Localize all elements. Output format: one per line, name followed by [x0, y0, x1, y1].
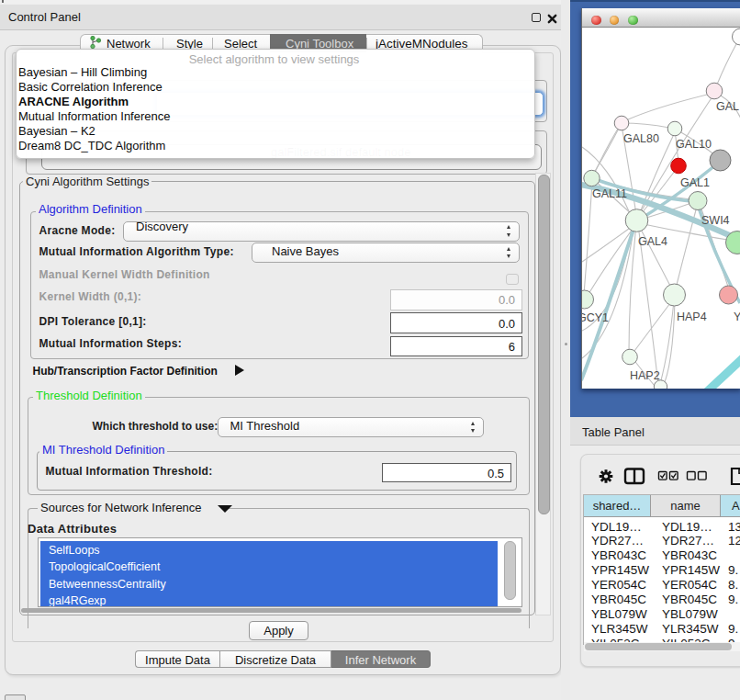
- svg-text:HAP4: HAP4: [677, 310, 707, 323]
- svg-text:HAP2: HAP2: [630, 369, 660, 382]
- svg-text:GAL11: GAL11: [592, 187, 627, 200]
- svg-text:GAL4: GAL4: [638, 235, 667, 248]
- svg-text:Y: Y: [734, 310, 740, 323]
- svg-text:GAL1: GAL1: [680, 176, 710, 189]
- svg-text:GAL: GAL: [716, 100, 739, 113]
- svg-text:GAL80: GAL80: [623, 132, 659, 145]
- svg-text:SWI4: SWI4: [701, 214, 730, 227]
- svg-text:GCY1: GCY1: [582, 311, 609, 324]
- svg-text:GAL10: GAL10: [676, 138, 712, 151]
